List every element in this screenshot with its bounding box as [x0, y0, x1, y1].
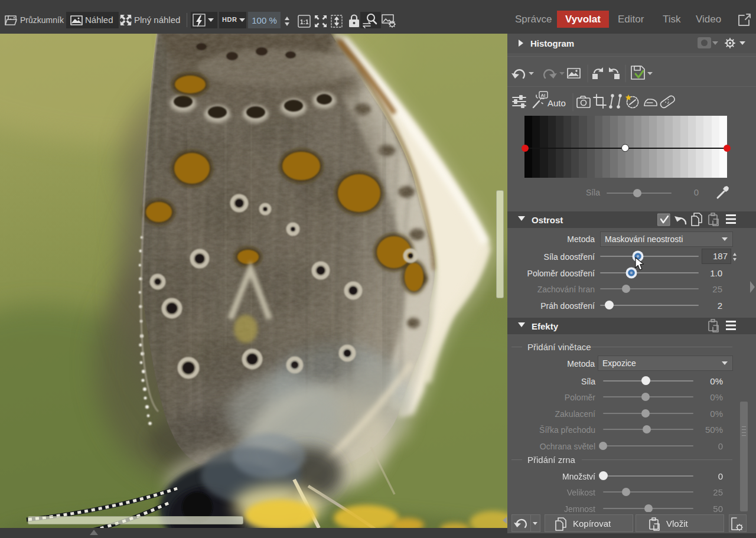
- svg-text:AI: AI: [541, 93, 546, 98]
- svg-text:1:1: 1:1: [300, 19, 309, 25]
